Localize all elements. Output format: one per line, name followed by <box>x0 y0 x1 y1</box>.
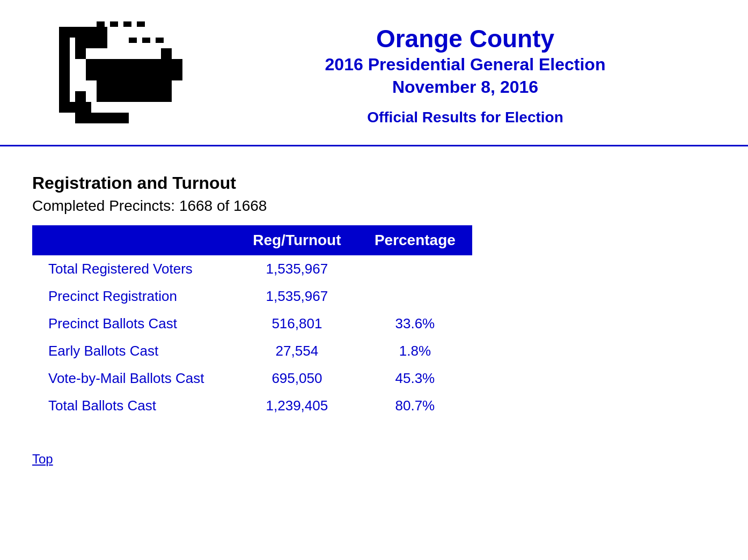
row-label: Precinct Ballots Cast <box>32 310 236 337</box>
row-value: 1,535,967 <box>236 255 358 283</box>
svg-rect-7 <box>86 59 172 70</box>
svg-rect-8 <box>86 70 172 80</box>
svg-rect-11 <box>172 70 182 80</box>
table-header-row: Reg/Turnout Percentage <box>32 225 472 255</box>
row-label: Vote-by-Mail Ballots Cast <box>32 365 236 392</box>
svg-rect-14 <box>97 91 172 102</box>
svg-rect-20 <box>75 113 129 123</box>
svg-rect-9 <box>161 48 172 59</box>
svg-rect-4 <box>86 38 97 48</box>
title-area: Orange County 2016 Presidential General … <box>204 24 716 126</box>
completed-precincts: Completed Precincts: 1668 of 1668 <box>32 197 716 215</box>
svg-rect-27 <box>156 38 164 43</box>
top-link-container: Top <box>32 436 716 467</box>
table-row: Total Ballots Cast1,239,40580.7% <box>32 392 472 419</box>
svg-rect-6 <box>75 48 86 59</box>
row-label: Precinct Registration <box>32 283 236 310</box>
top-link[interactable]: Top <box>32 452 53 467</box>
row-value: 1,239,405 <box>236 392 358 419</box>
table-row: Precinct Ballots Cast516,80133.6% <box>32 310 472 337</box>
row-percentage: 33.6% <box>358 310 472 337</box>
row-value: 1,535,967 <box>236 283 358 310</box>
election-subtitle: 2016 Presidential General Election <box>215 54 716 76</box>
col-header-category <box>32 225 236 255</box>
row-percentage: 80.7% <box>358 392 472 419</box>
svg-rect-15 <box>161 70 172 80</box>
row-value: 695,050 <box>236 365 358 392</box>
election-date: November 8, 2016 <box>215 76 716 99</box>
official-results: Official Results for Election <box>215 109 716 126</box>
logo-icon <box>43 16 193 134</box>
svg-rect-16 <box>59 27 70 113</box>
row-percentage <box>358 255 472 283</box>
row-value: 516,801 <box>236 310 358 337</box>
row-percentage <box>358 283 472 310</box>
row-label: Total Ballots Cast <box>32 392 236 419</box>
section-title: Registration and Turnout <box>32 173 716 193</box>
county-title: Orange County <box>215 24 716 54</box>
svg-rect-5 <box>97 38 107 48</box>
row-percentage: 1.8% <box>358 337 472 365</box>
row-label: Total Registered Voters <box>32 255 236 283</box>
main-content: Registration and Turnout Completed Preci… <box>0 152 748 488</box>
row-value: 27,554 <box>236 337 358 365</box>
svg-rect-17 <box>59 27 91 38</box>
table-row: Precinct Registration1,535,967 <box>32 283 472 310</box>
col-header-percentage: Percentage <box>358 225 472 255</box>
col-header-reg-turnout: Reg/Turnout <box>236 225 358 255</box>
table-row: Total Registered Voters1,535,967 <box>32 255 472 283</box>
svg-rect-21 <box>97 21 105 27</box>
row-percentage: 45.3% <box>358 365 472 392</box>
row-label: Early Ballots Cast <box>32 337 236 365</box>
svg-rect-3 <box>75 38 86 48</box>
turnout-table: Reg/Turnout Percentage Total Registered … <box>32 225 472 419</box>
table-row: Early Ballots Cast27,5541.8% <box>32 337 472 365</box>
svg-rect-23 <box>123 21 131 27</box>
svg-rect-13 <box>97 80 172 91</box>
svg-rect-26 <box>142 38 150 43</box>
svg-rect-25 <box>129 38 137 43</box>
header: Orange County 2016 Presidential General … <box>0 0 748 146</box>
table-row: Vote-by-Mail Ballots Cast695,05045.3% <box>32 365 472 392</box>
svg-rect-22 <box>110 21 118 27</box>
logo-area <box>32 16 204 134</box>
svg-rect-10 <box>172 59 182 70</box>
svg-rect-2 <box>97 27 107 38</box>
svg-rect-24 <box>137 21 145 27</box>
